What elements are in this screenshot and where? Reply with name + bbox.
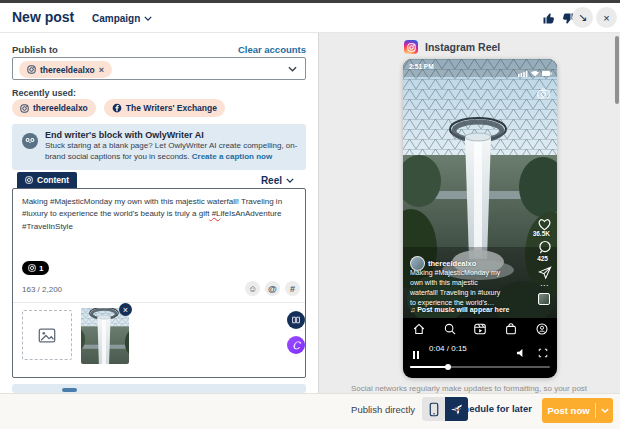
recent-chip-label: thereeldealxo [33, 103, 88, 113]
new-post-modal: New post Campaign ↘ × Publish to Clear a… [0, 0, 620, 429]
battery-icon [542, 71, 552, 76]
like-count: 36.5K [533, 230, 550, 237]
char-counter: 163 / 2,200 [22, 285, 62, 294]
caption-spellcheck-segment: #L [209, 209, 220, 218]
collapsed-banner-icon [62, 388, 77, 392]
thumbs-up-button[interactable] [542, 11, 556, 29]
mobile-notification-option[interactable] [422, 397, 445, 421]
reel-username: thereeldealxo [428, 259, 476, 268]
owly-icon [22, 133, 38, 149]
nav-shop-icon [504, 322, 518, 340]
nav-profile-icon [535, 322, 549, 340]
expand-window-button[interactable]: ↘ [572, 7, 593, 28]
reel-caption-line: own with this majestic [410, 278, 510, 288]
preview-disclaimer: Social networks regularly make updates t… [318, 384, 620, 393]
image-placeholder-icon [38, 328, 56, 343]
music-label: Post music will appear here [417, 306, 509, 313]
tab-content[interactable]: Content [17, 172, 77, 188]
emoji-icon: ☺ [248, 284, 257, 294]
scrollbar-thumb[interactable] [615, 36, 619, 104]
volume-button[interactable] [516, 344, 527, 362]
remove-media-button[interactable]: × [119, 303, 132, 316]
tab-content-label: Content [37, 175, 69, 185]
clear-accounts-link[interactable]: Clear accounts [238, 44, 306, 55]
recent-chip-instagram[interactable]: thereeldealxo [12, 99, 96, 117]
chevron-down-icon [601, 408, 609, 413]
media-library-icon [291, 315, 301, 325]
pause-button[interactable] [413, 345, 421, 363]
mention-button[interactable]: @ [265, 281, 280, 296]
composer-tools: ☺ @ # [245, 281, 300, 296]
create-caption-link[interactable]: Create a caption now [192, 152, 272, 161]
owlywriter-body: Stuck staring at a blank page? Let OwlyW… [45, 141, 299, 163]
composer-divider [13, 302, 305, 303]
page-title: New post [12, 9, 74, 25]
nav-reels-icon [473, 322, 487, 340]
collapsed-banner [12, 384, 306, 393]
owlywriter-title: End writer's block with OwlyWriter AI [45, 130, 204, 140]
account-select[interactable]: thereeldealxo × [12, 57, 306, 80]
mention-icon: @ [268, 284, 277, 294]
comment-count: 425 [537, 255, 548, 262]
recently-used-row: thereeldealxo The Writers' Exchange [12, 99, 225, 117]
instagram-icon [25, 176, 33, 184]
close-button[interactable]: × [596, 7, 617, 28]
add-media-button[interactable] [22, 310, 72, 360]
media-thumbnail[interactable] [81, 308, 129, 364]
preview-header: Instagram Reel [404, 40, 500, 54]
diagonal-arrow-icon: ↘ [578, 11, 587, 24]
schedule-for-later-button[interactable]: Schedule for later [452, 403, 532, 414]
owlywriter-banner: End writer's block with OwlyWriter AI St… [12, 124, 306, 170]
chevron-down-icon [288, 66, 297, 72]
post-now-label: Post now [542, 405, 595, 416]
post-now-button[interactable]: Post now [542, 398, 613, 423]
reel-preview-phone: 2:51 PM 36.5K 425 ⋯ thereeldealxo [403, 59, 557, 378]
music-row: ♫ Post music will appear here [410, 306, 509, 313]
remove-account-icon[interactable]: × [99, 65, 104, 75]
preview-title: Instagram Reel [425, 41, 500, 53]
hashtag-button[interactable]: # [285, 281, 300, 296]
campaign-dropdown[interactable]: Campaign [92, 13, 152, 24]
hashtag-icon: # [290, 284, 295, 294]
music-note-icon: ♫ [410, 306, 415, 313]
publish-directly-label: Publish directly [351, 404, 415, 415]
more-options-icon: ⋯ [540, 281, 549, 290]
canva-icon: C [292, 340, 300, 351]
media-library-button[interactable] [287, 311, 305, 329]
video-progress-played [410, 366, 448, 368]
post-now-dropdown[interactable] [596, 408, 613, 413]
facebook-icon [112, 103, 122, 113]
fullscreen-icon [538, 348, 548, 358]
publish-to-label: Publish to [12, 44, 58, 55]
emoji-button[interactable]: ☺ [245, 281, 260, 296]
reel-caption: Making #MajesticMonday my own with this … [410, 268, 510, 308]
account-count-badge[interactable]: 1 [22, 261, 49, 275]
nav-search-icon [443, 322, 457, 340]
account-count: 1 [39, 264, 43, 273]
camera-flip-icon [537, 85, 550, 103]
recently-used-label: Recently used: [12, 88, 76, 98]
instagram-icon [20, 104, 29, 113]
recent-chip-facebook[interactable]: The Writers' Exchange [104, 99, 225, 117]
speaker-icon [516, 348, 527, 358]
instagram-icon [27, 65, 36, 74]
close-icon: × [123, 305, 128, 315]
phone-icon [429, 402, 439, 417]
reel-caption-line: Making #MajesticMonday my [410, 268, 510, 278]
instagram-logo-icon [404, 40, 418, 54]
canva-button[interactable]: C [287, 336, 305, 354]
status-bar-time: 2:51 PM [409, 63, 434, 70]
waterfall-thumbnail-image [81, 308, 129, 364]
recent-chip-label: The Writers' Exchange [126, 103, 217, 113]
post-type-label: Reel [261, 175, 282, 186]
close-icon: × [603, 12, 609, 24]
status-bar-icons [518, 63, 552, 81]
fullscreen-button[interactable] [538, 344, 548, 362]
video-progress-dot[interactable] [445, 364, 451, 370]
selected-account-chip[interactable]: thereeldealxo × [19, 61, 112, 78]
caption-editor[interactable]: Making #MajesticMonday my own with this … [22, 196, 298, 233]
video-progress-bar[interactable] [410, 366, 550, 368]
reel-caption-line: waterfall! Traveling in #luxury [410, 288, 510, 298]
post-type-dropdown[interactable]: Reel [261, 175, 294, 186]
chevron-down-icon [286, 178, 294, 183]
